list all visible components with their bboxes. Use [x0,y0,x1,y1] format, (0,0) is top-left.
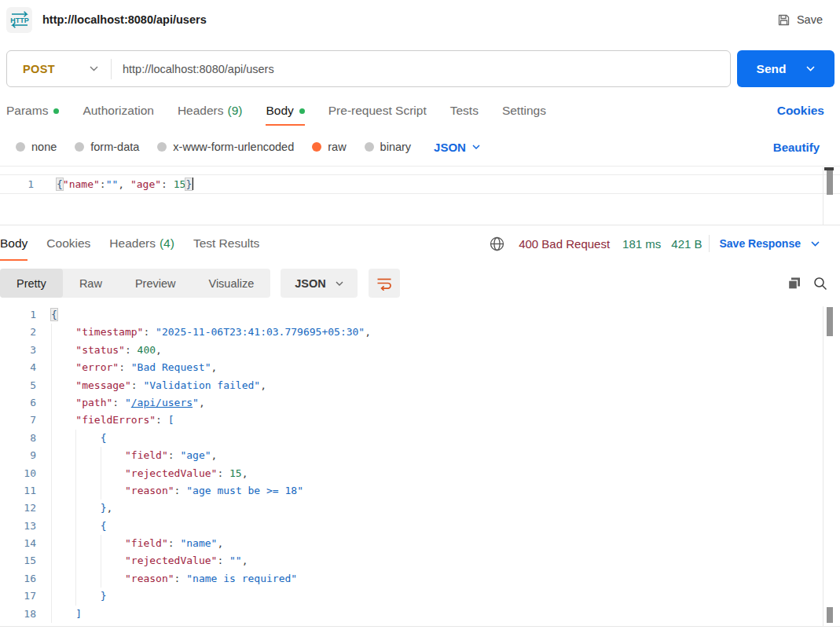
modified-dot [53,108,59,114]
url-input[interactable]: http://localhost:8080/api/users [112,63,274,75]
save-button[interactable]: Save [777,13,823,27]
modified-dot [299,108,305,114]
wrap-line-icon [376,276,392,291]
response-format-select[interactable]: JSON [281,269,358,298]
radio-dot [16,142,25,152]
line-number: 5 [0,377,36,394]
response-header: BodyCookiesHeaders(4)Test Results 400 Ba… [0,225,840,262]
bottom-divider [0,626,840,627]
wrap-line-button[interactable] [369,269,400,298]
response-meta: 400 Bad Request 181 ms 421 B Save Respon… [490,235,820,252]
chevron-down-icon [472,145,480,149]
code-line: 13{ [0,518,840,535]
line-number: 3 [0,342,36,359]
response-view-row: PrettyRawPreviewVisualize JSON [0,269,840,298]
code-line: 8{ [0,430,840,447]
divider [709,235,710,252]
line-number: 14 [0,535,36,552]
request-body-editor[interactable]: 1{"name":"", "age": 15} [0,166,840,225]
code-line: 7"fieldErrors": [ [0,412,840,429]
line-number: 4 [0,359,36,376]
code-line: 2"timestamp": "2025-11-06T23:41:03.77969… [0,324,840,341]
radio-x-www-form-urlencoded[interactable]: x-www-form-urlencoded [157,141,294,153]
cookies-link[interactable]: Cookies [777,104,824,118]
code-line: 1{"name":"", "age": 15} [0,174,840,194]
line-number: 12 [0,500,36,517]
search-icon[interactable] [813,276,827,291]
code-line: 12}, [0,500,840,517]
radio-binary[interactable]: binary [365,141,412,153]
tab-pre-request-script[interactable]: Pre-request Script [328,95,427,126]
radio-form-data[interactable]: form-data [75,141,139,153]
code-line: 6"path": "/api/users", [0,394,840,412]
view-raw[interactable]: Raw [63,269,119,298]
tab-authorization[interactable]: Authorization [83,95,153,126]
line-number: 16 [0,570,36,588]
code-line: 17} [0,588,840,605]
chevron-down-icon [806,66,815,71]
line-number: 2 [0,324,36,341]
response-size[interactable]: 421 B [671,237,702,251]
tab-body[interactable]: Body [266,95,304,126]
tab-headers[interactable]: Headers(4) [109,225,174,262]
radio-dot [365,142,374,152]
scrollbar[interactable] [823,306,834,626]
line-number: 17 [0,588,36,605]
code-line: 14"field": "name", [0,535,840,552]
beautify-link[interactable]: Beautify [773,141,820,154]
code-line: 4"error": "Bad Request", [0,359,840,376]
radio-dot [75,142,84,152]
line-number: 18 [0,606,36,623]
code-line: 3"status": 400, [0,342,840,359]
save-icon [777,13,790,27]
line-number: 1 [0,306,36,324]
line-number: 7 [0,412,36,429]
tab-body[interactable]: Body [0,225,28,262]
tab-tests[interactable]: Tests [450,95,479,126]
radio-dot [157,142,167,152]
code-line: 15"rejectedValue": "", [0,552,840,569]
method-label: POST [23,63,55,75]
chevron-down-icon [90,66,98,71]
line-number: 9 [0,447,36,464]
request-title: http://localhost:8080/api/users [42,13,207,26]
tab-params[interactable]: Params [6,95,59,126]
body-type-row: noneform-datax-www-form-urlencodedrawbin… [0,126,840,161]
view-preview[interactable]: Preview [119,269,193,298]
method-select[interactable]: POST [7,63,111,75]
radio-none[interactable]: none [16,141,57,153]
radio-dot [312,142,321,152]
code-line: 1{ [0,306,840,324]
copy-icon[interactable] [787,276,801,291]
response-status[interactable]: 400 Bad Request [519,237,610,251]
chevron-down-icon [336,281,343,286]
view-pretty[interactable]: Pretty [0,269,63,298]
request-title-bar: HTTP http://localhost:8080/api/users Sav… [0,0,840,36]
line-number: 6 [0,394,36,412]
url-box: POST http://localhost:8080/api/users [6,50,731,87]
tab-cookies[interactable]: Cookies [46,225,90,262]
line-number: 11 [0,482,36,500]
line-number: 1 [0,178,34,190]
scrollbar[interactable] [823,167,834,225]
radio-raw[interactable]: raw [312,141,346,153]
code-line: 9"field": "age", [0,447,840,464]
response-time[interactable]: 181 ms [622,237,661,251]
tab-settings[interactable]: Settings [502,95,546,126]
request-url-row: POST http://localhost:8080/api/users Sen… [6,50,834,87]
code-line: 5"message": "Validation failed", [0,377,840,394]
tab-headers[interactable]: Headers(9) [178,95,243,126]
view-toggle: PrettyRawPreviewVisualize [0,269,270,298]
code-line: 16"reason": "name is required" [0,570,840,588]
tab-count: (9) [227,104,242,118]
response-body-editor[interactable]: 1{2"timestamp": "2025-11-06T23:41:03.779… [0,306,840,623]
language-select[interactable]: JSON [434,141,480,154]
request-tabs: ParamsAuthorizationHeaders(9)BodyPre-req… [0,87,840,126]
tab-count: (4) [160,236,174,251]
tab-test-results[interactable]: Test Results [193,225,259,262]
chevron-down-icon [811,241,820,247]
view-visualize[interactable]: Visualize [192,269,270,298]
save-response-button[interactable]: Save Response [720,237,820,250]
send-button[interactable]: Send [737,50,834,87]
http-request-icon: HTTP [6,7,32,33]
